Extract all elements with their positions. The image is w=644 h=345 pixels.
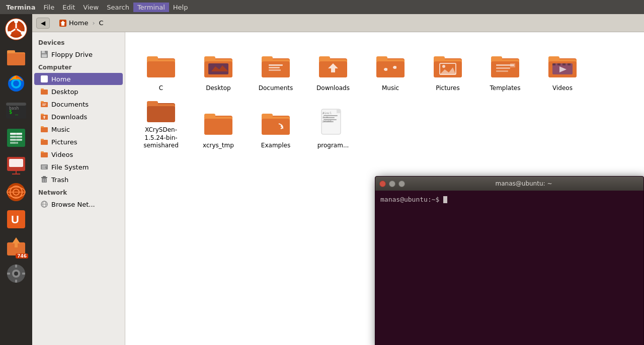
- sidebar-item-home[interactable]: Home: [34, 73, 123, 85]
- menubar-help[interactable]: Help: [169, 3, 192, 12]
- sidebar-item-videos[interactable]: Videos: [34, 148, 123, 160]
- file-item-c[interactable]: C: [133, 40, 189, 96]
- svg-rect-74: [43, 176, 46, 177]
- file-item-xcrystmp[interactable]: xcrys_tmp: [191, 98, 246, 153]
- downloads-folder-icon: [40, 113, 48, 121]
- folder-xcrysden-icon: [145, 97, 177, 123]
- file-program-label: program...: [317, 142, 349, 150]
- file-item-desktop[interactable]: Desktop: [191, 40, 246, 96]
- svg-rect-22: [10, 142, 18, 144]
- sidebar-pictures-label: Pictures: [51, 138, 77, 146]
- sidebar-item-trash[interactable]: Trash: [34, 174, 123, 186]
- sidebar-desktop-label: Desktop: [51, 88, 78, 96]
- breadcrumb: Home › C: [56, 18, 107, 28]
- svg-point-40: [14, 272, 18, 276]
- breadcrumb-home-label: Home: [69, 19, 88, 27]
- spreadsheet-svg: [5, 127, 27, 149]
- file-item-documents[interactable]: Documents: [248, 40, 303, 96]
- file-music-label: Music: [382, 84, 399, 93]
- file-item-examples[interactable]: Examples: [248, 98, 303, 153]
- menubar-edit[interactable]: Edit: [58, 3, 79, 12]
- svg-rect-65: [41, 139, 44, 140]
- terminal-icon[interactable]: $ _ bash: [3, 98, 29, 124]
- settings-icon[interactable]: [3, 261, 29, 287]
- file-xcrysden-label: XCrySDen-1.5.24-bin-semishared: [135, 126, 187, 150]
- folder-pictures-icon: [432, 49, 464, 81]
- folder-documents-icon: [260, 49, 292, 81]
- presentation-icon[interactable]: [3, 152, 29, 178]
- file-item-pictures[interactable]: Pictures: [420, 40, 475, 96]
- filesystem-icon: [40, 163, 48, 171]
- breadcrumb-separator: ›: [92, 19, 95, 27]
- svg-rect-57: [42, 104, 46, 105]
- svg-rect-43: [7, 273, 10, 275]
- terminal-body[interactable]: manas@ubuntu:~$: [375, 191, 643, 345]
- spreadsheet-icon[interactable]: [3, 125, 29, 151]
- network-small-icon: [40, 200, 48, 208]
- sidebar-item-floppy[interactable]: Floppy Drive: [34, 48, 123, 60]
- svg-rect-67: [41, 151, 44, 153]
- svg-rect-69: [42, 165, 47, 166]
- file-item-downloads[interactable]: Downloads: [305, 40, 361, 96]
- svg-point-1: [14, 19, 18, 23]
- svg-point-13: [13, 80, 19, 87]
- ubuntu-icon[interactable]: [3, 16, 29, 42]
- upload-icon[interactable]: 746: [3, 233, 29, 260]
- sidebar-item-downloads[interactable]: Downloads: [34, 111, 123, 123]
- file-item-videos[interactable]: Videos: [535, 40, 590, 96]
- svg-rect-49: [45, 51, 46, 53]
- svg-rect-145: [337, 109, 341, 113]
- folder-downloads-icon: [317, 49, 349, 81]
- terminal-line-1: manas@ubuntu:~$: [380, 195, 638, 205]
- file-item-music[interactable]: Music: [363, 40, 418, 96]
- sidebar-videos-label: Videos: [51, 151, 73, 158]
- file-item-templates[interactable]: Templates: [477, 40, 533, 96]
- svg-rect-60: [41, 114, 44, 115]
- videos-folder-icon: [40, 150, 48, 158]
- svg-rect-128: [562, 63, 566, 65]
- firefox-icon[interactable]: [3, 70, 29, 97]
- menubar-view[interactable]: View: [79, 3, 103, 12]
- sidebar-item-desktop[interactable]: Desktop: [34, 85, 123, 98]
- menubar-app: Termina: [2, 3, 39, 12]
- sidebar-item-music[interactable]: Music: [34, 123, 123, 135]
- file-desktop-label: Desktop: [206, 84, 231, 93]
- folder-music-icon: [374, 49, 407, 81]
- svg-rect-96: [269, 69, 281, 71]
- sidebar-item-documents[interactable]: Documents: [34, 98, 123, 110]
- network2-icon[interactable]: [3, 179, 29, 205]
- sidebar-item-network[interactable]: Browse Net...: [34, 198, 123, 210]
- menubar-terminal[interactable]: Terminal: [133, 3, 169, 12]
- svg-marker-120: [510, 63, 515, 67]
- terminal-maximize-button[interactable]: [398, 181, 405, 187]
- folder-templates-icon: [489, 49, 521, 81]
- sidebar-item-filesystem[interactable]: File System: [34, 161, 123, 173]
- sidebar-documents-label: Documents: [51, 101, 89, 108]
- file-item-program[interactable]: #incl a = print program...: [305, 98, 361, 153]
- svg-line-6: [11, 29, 16, 32]
- menubar-file[interactable]: File: [39, 3, 58, 12]
- back-button[interactable]: ◀: [36, 18, 50, 29]
- file-program-icon: #incl a = print: [317, 107, 349, 139]
- terminal-prompt: manas@ubuntu:~$: [380, 196, 439, 203]
- files-icon[interactable]: [3, 43, 29, 69]
- svg-rect-71: [42, 168, 46, 169]
- file-xcrystmp-label: xcrys_tmp: [203, 142, 234, 150]
- settings-svg: [5, 263, 27, 285]
- svg-rect-37: [15, 242, 18, 247]
- breadcrumb-home[interactable]: Home: [56, 18, 91, 28]
- terminal-minimize-button[interactable]: [389, 181, 395, 187]
- sidebar-item-pictures[interactable]: Pictures: [34, 136, 123, 148]
- file-item-xcrysden[interactable]: XCrySDen-1.5.24-bin-semishared: [133, 98, 189, 153]
- terminal-close-button[interactable]: [379, 181, 386, 187]
- sidebar-trash-label: Trash: [51, 176, 68, 184]
- firefox-svg: [5, 72, 27, 95]
- pictures-folder-icon: [40, 138, 48, 146]
- badge-icon[interactable]: U: [3, 206, 29, 232]
- svg-text:a =: a =: [323, 115, 328, 119]
- menubar-search[interactable]: Search: [103, 3, 133, 12]
- svg-text:#incl: #incl: [323, 111, 332, 115]
- ubuntu-logo-svg: [5, 18, 27, 40]
- svg-rect-126: [552, 63, 555, 65]
- breadcrumb-c[interactable]: C: [96, 18, 107, 28]
